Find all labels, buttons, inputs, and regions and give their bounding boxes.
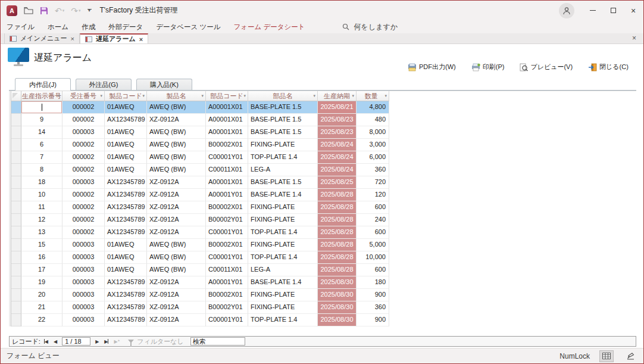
table-row[interactable]: 1500000301AWEQAWEQ (BW)B00002X01FIXING-P… (11, 239, 389, 251)
table-cell[interactable]: XZ-0912A (147, 301, 206, 314)
table-cell[interactable]: FIXING-PLATE (248, 239, 318, 251)
table-cell[interactable]: BASE-PLATE 1.5 (248, 176, 318, 189)
column-header[interactable]: 生産納期▾ (318, 91, 357, 101)
table-cell[interactable]: XZ-0912A (147, 289, 206, 301)
access-app-icon[interactable]: A (7, 5, 17, 16)
doc-tab-main-menu[interactable]: メインメニュー × (4, 33, 80, 43)
last-record-button[interactable]: ▶ (102, 339, 110, 344)
row-selector[interactable] (11, 251, 21, 264)
table-cell[interactable]: 000003 (62, 264, 105, 276)
table-cell[interactable]: 000003 (62, 276, 105, 289)
table-cell[interactable]: 000003 (62, 314, 105, 326)
table-cell[interactable]: BASE-PLATE 1.5 (248, 126, 318, 139)
minimize-button[interactable] (583, 1, 603, 20)
ribbon-tab-create[interactable]: 作成 (82, 23, 95, 32)
table-cell[interactable]: 11 (21, 201, 62, 214)
table-cell[interactable]: B00002X01 (206, 239, 248, 251)
filter-status[interactable]: フィルターなし (137, 337, 184, 346)
table-cell[interactable]: C00011X01 (206, 264, 248, 276)
tab-internal-parts[interactable]: 内作品(J) (15, 78, 71, 91)
table-cell[interactable]: 15 (21, 239, 62, 251)
table-cell[interactable]: BASE-PLATE 1.5 (248, 114, 318, 126)
row-selector[interactable] (11, 164, 21, 176)
row-selector[interactable] (11, 289, 21, 301)
table-cell[interactable]: 900 (357, 314, 389, 326)
table-cell[interactable]: 2025/08/30 (318, 289, 357, 301)
select-all-corner[interactable] (11, 91, 21, 101)
table-cell[interactable]: B00002Y01 (206, 301, 248, 314)
table-cell[interactable]: 900 (357, 289, 389, 301)
table-cell[interactable]: 000003 (62, 289, 105, 301)
first-record-button[interactable]: ◀ (42, 339, 50, 344)
table-cell[interactable]: 600 (357, 226, 389, 239)
table-cell[interactable]: 01AWEQ (105, 251, 147, 264)
table-cell[interactable]: 600 (357, 201, 389, 214)
filter-dropdown-icon[interactable]: ▾ (100, 94, 102, 98)
close-form-button[interactable]: 閉じる(C) (588, 63, 629, 71)
table-row[interactable]: 11000002AX12345789XZ-0912AB00002X01FIXIN… (11, 201, 389, 214)
row-selector[interactable] (11, 126, 21, 139)
table-cell[interactable]: AX12345789 (105, 189, 147, 201)
table-cell[interactable]: 2025/08/28 (318, 251, 357, 264)
table-cell[interactable]: B00002X01 (206, 289, 248, 301)
filter-dropdown-icon[interactable]: ▾ (201, 94, 204, 98)
table-cell[interactable]: 2025/08/21 (318, 101, 357, 114)
table-cell[interactable]: 000003 (62, 301, 105, 314)
table-cell[interactable]: AWEQ (BW) (147, 101, 206, 114)
table-cell[interactable]: 000002 (62, 101, 105, 114)
table-cell[interactable]: BASE-PLATE 1.4 (248, 276, 318, 289)
table-cell[interactable]: 000002 (62, 214, 105, 226)
new-record-button[interactable]: ▶* (112, 338, 121, 344)
table-cell[interactable]: TOP-PLATE 1.4 (248, 314, 318, 326)
table-cell[interactable]: AWEQ (BW) (147, 164, 206, 176)
table-cell[interactable]: AX12345789 (105, 114, 147, 126)
table-cell[interactable]: 4,800 (357, 101, 389, 114)
table-cell[interactable]: 01AWEQ (105, 239, 147, 251)
table-cell[interactable]: 19 (21, 276, 62, 289)
table-cell[interactable]: 2025/08/28 (318, 239, 357, 251)
table-cell[interactable]: 2025/08/28 (318, 201, 357, 214)
table-row[interactable]: 1700000301AWEQAWEQ (BW)C00011X01LEG-A202… (11, 264, 389, 276)
row-selector[interactable] (11, 226, 21, 239)
table-cell[interactable]: 8,000 (357, 126, 389, 139)
table-cell[interactable]: 000003 (62, 239, 105, 251)
table-cell[interactable]: B00002X01 (206, 139, 248, 151)
table-cell[interactable]: AWEQ (BW) (147, 239, 206, 251)
table-cell[interactable]: AWEQ (BW) (147, 126, 206, 139)
table-cell[interactable]: TOP-PLATE 1.4 (248, 226, 318, 239)
table-cell[interactable]: 01AWEQ (105, 151, 147, 164)
table-cell[interactable]: 01AWEQ (105, 126, 147, 139)
table-cell[interactable]: XZ-0912A (147, 314, 206, 326)
table-cell[interactable]: 000002 (62, 164, 105, 176)
table-cell[interactable]: 480 (357, 114, 389, 126)
table-row[interactable]: 22000003AX12345789XZ-0912AC00001Y01TOP-P… (11, 314, 389, 326)
table-cell[interactable]: 9 (21, 114, 62, 126)
table-cell[interactable]: 2025/08/23 (318, 126, 357, 139)
customize-qat-icon[interactable]: ▾ (87, 9, 92, 13)
row-selector[interactable] (11, 114, 21, 126)
table-cell[interactable]: 2025/08/23 (318, 114, 357, 126)
row-selector[interactable] (11, 189, 21, 201)
record-search-input[interactable]: 検索 (190, 337, 245, 346)
table-cell[interactable]: BASE-PLATE 1.4 (248, 189, 318, 201)
table-row[interactable]: 13000002AX12345789XZ-0912AC00001Y01TOP-P… (11, 226, 389, 239)
ribbon-tab-file[interactable]: ファイル (7, 23, 35, 32)
table-cell[interactable]: 360 (357, 164, 389, 176)
pdf-export-button[interactable]: PDF出力(W) (408, 63, 456, 71)
table-cell[interactable]: 120 (357, 189, 389, 201)
table-cell[interactable]: C00001Y01 (206, 251, 248, 264)
table-cell[interactable]: 000003 (62, 126, 105, 139)
filter-dropdown-icon[interactable]: ▾ (142, 94, 145, 98)
preview-button[interactable]: プレビュー(V) (520, 63, 573, 71)
row-selector[interactable] (11, 214, 21, 226)
table-cell[interactable]: 20 (21, 289, 62, 301)
column-header[interactable]: 部品コード▾ (206, 91, 248, 101)
table-cell[interactable]: 180 (357, 276, 389, 289)
table-cell[interactable]: 000003 (62, 176, 105, 189)
table-cell[interactable]: 000002 (62, 189, 105, 201)
table-cell[interactable]: 2025/08/30 (318, 314, 357, 326)
maximize-button[interactable] (603, 1, 623, 20)
table-row[interactable]: 600000201AWEQAWEQ (BW)B00002X01FIXING-PL… (11, 139, 389, 151)
table-cell[interactable]: C00001Y01 (206, 226, 248, 239)
print-button[interactable]: 印刷(P) (471, 63, 505, 71)
